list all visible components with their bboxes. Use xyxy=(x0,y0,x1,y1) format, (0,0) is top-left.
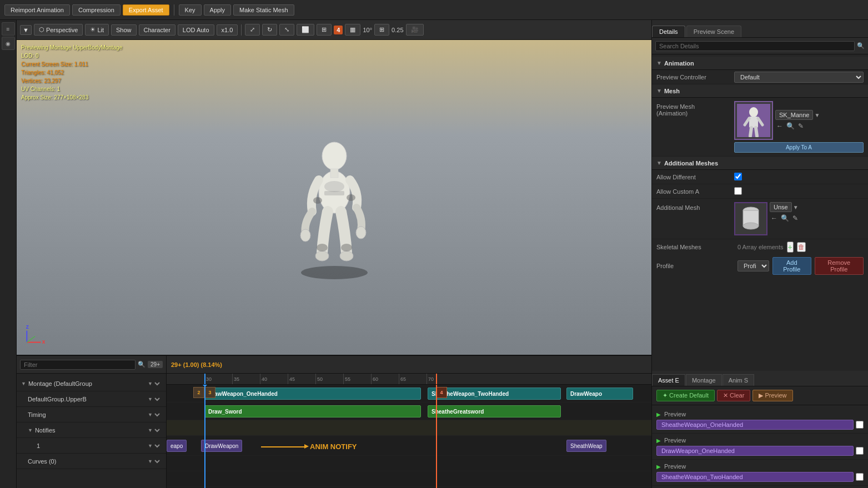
tree-item-curves[interactable]: Curves (0) ▼ xyxy=(17,454,166,469)
tree-dropdown-upperbody[interactable]: ▼ xyxy=(145,396,162,403)
tree-dropdown-montage[interactable]: ▼ xyxy=(145,380,162,387)
frame-4: 4 xyxy=(436,387,447,398)
timeline-left: 🔍 29+ ▼ Montage (DefaultGroup ▼ DefaultG xyxy=(17,356,167,488)
bottom-tab-montage[interactable]: Montage xyxy=(686,374,722,386)
tree-dropdown-notifies[interactable]: ▼ xyxy=(145,427,162,434)
preview-play-icon-1: ▶ xyxy=(656,411,661,417)
viewport[interactable]: Previewing Montage UpperBodyMontage LOD:… xyxy=(17,40,651,355)
preview-row-3: ▶ Preview xyxy=(656,463,864,470)
mesh-thumbnail xyxy=(734,101,773,140)
mesh-edit-button[interactable]: ✎ xyxy=(797,121,805,131)
filter-input[interactable] xyxy=(20,360,136,370)
top-toolbar: Reimport Animation Compression Export As… xyxy=(0,0,868,20)
sidebar-icon-2[interactable]: ◉ xyxy=(2,37,15,50)
anim-block-green-1[interactable]: Draw_Sword xyxy=(204,405,421,417)
tree-dropdown-timing[interactable]: ▼ xyxy=(145,411,162,418)
maximize-button[interactable]: ⬜ xyxy=(297,24,314,36)
timeline-ruler[interactable]: 30 35 40 45 50 55 60 65 70 xyxy=(167,374,651,385)
bottom-tab-asset[interactable]: Asset E xyxy=(652,374,685,386)
camera-speed-button[interactable]: 🎥 xyxy=(406,24,424,36)
scale-button[interactable]: x1.0 xyxy=(217,24,238,36)
preview-controller-select[interactable]: Default xyxy=(734,72,864,83)
export-asset-button[interactable]: Export Asset xyxy=(123,4,169,16)
search-input[interactable] xyxy=(655,41,855,51)
character-button[interactable]: Character xyxy=(139,24,175,36)
tree-item-upperbody[interactable]: DefaultGroup.UpperB ▼ xyxy=(17,391,166,407)
search-icon: 🔍 xyxy=(138,361,145,368)
tree-dropdown-notify-1[interactable]: ▼ xyxy=(145,442,162,449)
preview-controller-label: Preview Controller xyxy=(656,74,734,81)
notify-arrow xyxy=(261,446,305,447)
preview-controller-value[interactable]: Default xyxy=(734,72,864,83)
grid-button[interactable]: ▦ xyxy=(345,24,360,36)
preview-checkbox-3[interactable] xyxy=(856,473,864,481)
profile-dropdown[interactable]: Profi xyxy=(737,260,769,271)
add-profile-button[interactable]: Add Profile xyxy=(772,257,811,275)
anim-block-draw-weapon[interactable]: DrawWeapon_OneHanded xyxy=(204,388,421,400)
tree-item-notifies[interactable]: ▼ Notifies ▼ xyxy=(17,422,166,438)
additional-mesh-controls: Unse ▼ ← 🔍 ✎ xyxy=(770,202,799,223)
info-line1: Previewing Montage UpperBodyMontage xyxy=(21,43,122,52)
preview-mesh-label: Preview Mesh (Animation) xyxy=(656,101,734,117)
scale-tool-button[interactable]: ⤡ xyxy=(279,24,294,36)
reimport-animation-button[interactable]: Reimport Animation xyxy=(4,4,70,16)
create-default-button[interactable]: ✦ Create Default xyxy=(656,390,715,401)
notify-block-eapo[interactable]: eapo xyxy=(167,440,187,452)
sidebar-icon-1[interactable]: ≡ xyxy=(2,22,15,36)
mesh-search-button[interactable]: 🔍 xyxy=(785,121,796,131)
notify-block-draw-weapon[interactable]: DrawWeapon xyxy=(201,440,242,452)
tree-item-montage[interactable]: ▼ Montage (DefaultGroup ▼ xyxy=(17,376,166,391)
snap-button[interactable]: ⊞ xyxy=(374,24,389,36)
remove-profile-button[interactable]: Remove Profile xyxy=(815,257,864,275)
apply-button[interactable]: Apply xyxy=(204,4,232,16)
preview-checkbox-2[interactable] xyxy=(856,447,864,455)
camera-button[interactable]: ⊞ xyxy=(317,24,332,36)
remove-skeletal-mesh-button[interactable]: 🗑 xyxy=(797,242,806,252)
additional-mesh-search-button[interactable]: 🔍 xyxy=(780,213,790,223)
tree-label-timing: Timing xyxy=(28,411,144,418)
tab-details[interactable]: Details xyxy=(652,26,685,37)
add-skeletal-mesh-button[interactable]: + xyxy=(787,242,794,253)
offset-value: 0.25 xyxy=(392,27,403,33)
preview-checkbox-1[interactable] xyxy=(856,421,864,429)
svg-line-25 xyxy=(756,128,757,136)
tree-item-notify-1[interactable]: 1 ▼ xyxy=(17,438,166,454)
allow-custom-checkbox[interactable] xyxy=(734,187,742,195)
show-button[interactable]: Show xyxy=(111,24,137,36)
bottom-tab-anim-s[interactable]: Anim S xyxy=(723,374,754,386)
tab-preview-scene[interactable]: Preview Scene xyxy=(686,26,741,37)
additional-mesh-edit-button[interactable]: ✎ xyxy=(791,213,799,223)
additional-mesh-back-button[interactable]: ← xyxy=(770,213,779,223)
rotate-button[interactable]: ↻ xyxy=(262,24,277,36)
anim-block-sheathe-two-handed[interactable]: SheatheWeapon_TwoHanded xyxy=(428,388,561,400)
lod-auto-button[interactable]: LOD Auto xyxy=(178,24,214,36)
additional-mesh-name: Unse xyxy=(770,202,792,212)
svg-point-6 xyxy=(315,251,329,261)
tree-item-timing[interactable]: Timing ▼ xyxy=(17,407,166,422)
mesh-back-button[interactable]: ← xyxy=(775,121,784,131)
clear-button[interactable]: ✕ Clear xyxy=(717,390,750,401)
right-tabs: Details Preview Scene xyxy=(652,20,868,38)
key-button[interactable]: Key xyxy=(179,4,202,16)
axes-indicator: Z X xyxy=(22,321,50,349)
preview-button[interactable]: ▶ Preview xyxy=(752,390,792,401)
compression-button[interactable]: Compression xyxy=(72,4,121,16)
anim-block-sheathe-greatsword[interactable]: SheatheGreatsword xyxy=(428,405,561,417)
make-static-mesh-button[interactable]: Make Static Mesh xyxy=(233,4,294,16)
section-additional-meshes[interactable]: ▼ Additional Meshes xyxy=(652,157,868,170)
allow-different-checkbox[interactable] xyxy=(734,173,742,180)
perspective-button[interactable]: ⬡ Perspective xyxy=(34,24,83,36)
section-mesh[interactable]: ▼ Mesh xyxy=(652,84,868,98)
section-animation[interactable]: ▼ Animation xyxy=(652,57,868,70)
notify-block-sheathe[interactable]: SheathWeap xyxy=(566,440,606,452)
tree-dropdown-curves[interactable]: ▼ xyxy=(145,458,162,465)
search-bar: 🔍 xyxy=(652,38,868,54)
svg-point-11 xyxy=(347,194,355,201)
ruler-45: 45 xyxy=(288,374,295,385)
move-button[interactable]: ⤢ xyxy=(245,24,260,36)
viewport-menu-button[interactable]: ▼ xyxy=(20,25,32,35)
anim-block-draw-weapon-2[interactable]: DrawWeapo xyxy=(566,388,633,400)
track-row-timing xyxy=(167,420,651,436)
lit-button[interactable]: ☀ Lit xyxy=(85,24,109,36)
apply-to-button[interactable]: Apply To A xyxy=(734,142,864,153)
